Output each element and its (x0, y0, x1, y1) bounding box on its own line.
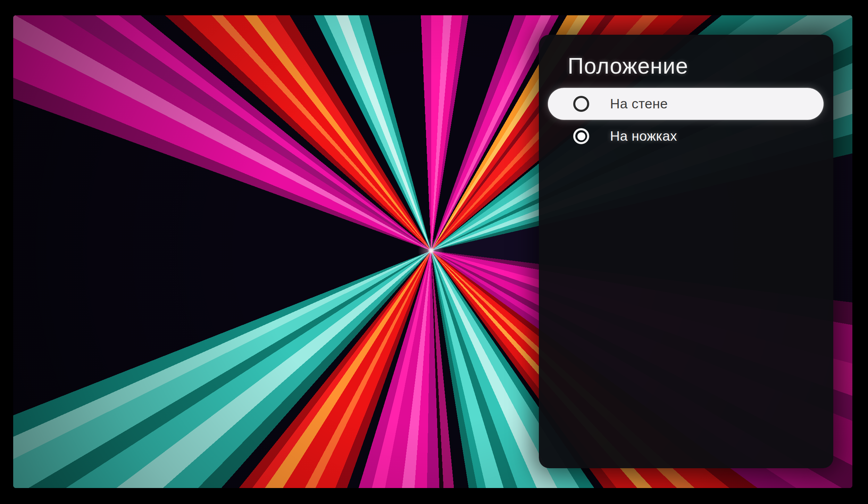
option-on-stand[interactable]: На ножках (548, 120, 824, 152)
option-on-wall[interactable]: На стене (548, 88, 824, 120)
position-options-list: На стене На ножках (548, 88, 824, 152)
option-label: На стене (610, 96, 668, 111)
panel-title: Положение (568, 55, 688, 77)
radio-selected-icon (573, 128, 589, 144)
radio-unselected-icon (573, 96, 589, 112)
tv-screen: Положение На стене На ножках (13, 15, 852, 488)
position-settings-panel: Положение На стене На ножках (539, 35, 833, 468)
option-label: На ножках (610, 129, 677, 144)
tv-photo-frame: Положение На стене На ножках (0, 0, 868, 504)
